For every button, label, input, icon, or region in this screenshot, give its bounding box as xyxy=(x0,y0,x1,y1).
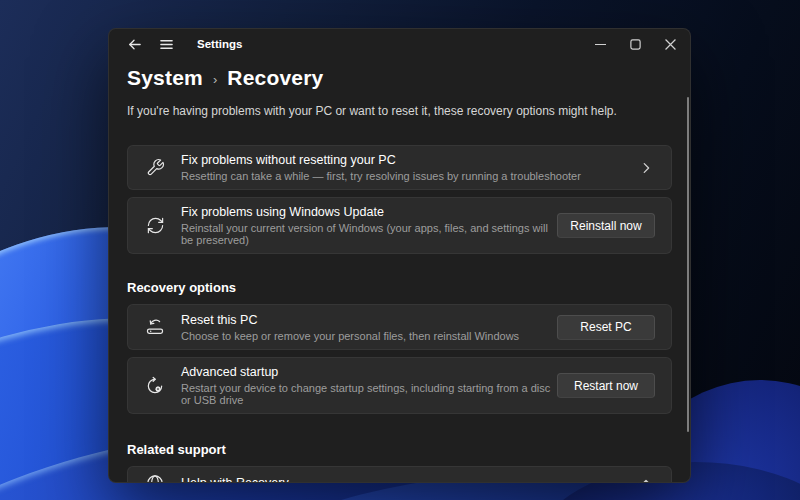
close-button[interactable] xyxy=(653,29,688,59)
card-title: Fix problems using Windows Update xyxy=(181,205,557,219)
card-texts: Fix problems without resetting your PC R… xyxy=(181,146,639,189)
wrench-icon xyxy=(144,158,166,177)
sync-icon xyxy=(144,216,166,235)
card-title: Fix problems without resetting your PC xyxy=(181,153,639,167)
breadcrumb-system[interactable]: System xyxy=(127,66,203,90)
maximize-icon xyxy=(630,39,641,50)
page-title: Recovery xyxy=(227,66,323,90)
settings-card-list: Fix problems without resetting your PC R… xyxy=(127,145,672,483)
card-help-with-recovery[interactable]: ? Help with Recovery xyxy=(127,466,672,483)
card-subtitle: Restart your device to change startup se… xyxy=(181,382,557,406)
globe-help-icon: ? xyxy=(144,473,166,483)
card-title: Help with Recovery xyxy=(181,476,639,483)
card-subtitle: Reinstall your current version of Window… xyxy=(181,222,557,246)
app-title: Settings xyxy=(197,38,242,50)
section-header-recovery-options: Recovery options xyxy=(127,280,672,295)
restart-now-button[interactable]: Restart now xyxy=(557,373,655,398)
titlebar: Settings xyxy=(109,29,690,59)
minimize-icon xyxy=(595,39,606,50)
chevron-right-icon xyxy=(639,161,653,175)
minimize-button[interactable] xyxy=(583,29,618,59)
reinstall-now-button[interactable]: Reinstall now xyxy=(557,213,655,238)
recovery-page: System › Recovery If you're having probl… xyxy=(109,66,690,483)
scrollbar[interactable] xyxy=(687,97,689,432)
card-subtitle: Choose to keep or remove your personal f… xyxy=(181,330,557,342)
close-icon xyxy=(665,39,676,50)
card-texts: Reset this PC Choose to keep or remove y… xyxy=(181,306,557,349)
card-reset-this-pc[interactable]: Reset this PC Choose to keep or remove y… xyxy=(127,304,672,350)
card-texts: Help with Recovery xyxy=(181,469,639,483)
hamburger-menu-icon xyxy=(159,37,174,52)
chevron-up-icon xyxy=(639,476,653,483)
card-texts: Advanced startup Restart your device to … xyxy=(181,358,557,413)
maximize-button[interactable] xyxy=(618,29,653,59)
navigation-menu-button[interactable] xyxy=(153,31,179,57)
card-title: Reset this PC xyxy=(181,313,557,327)
card-title: Advanced startup xyxy=(181,365,557,379)
section-header-related-support: Related support xyxy=(127,442,672,457)
back-button[interactable] xyxy=(121,31,147,57)
settings-window: Settings System › Recovery xyxy=(108,28,691,483)
card-advanced-startup[interactable]: Advanced startup Restart your device to … xyxy=(127,357,672,414)
back-arrow-icon xyxy=(127,37,142,52)
breadcrumb-separator-icon: › xyxy=(213,69,217,87)
breadcrumb: System › Recovery xyxy=(127,66,672,90)
reset-pc-icon xyxy=(144,317,166,337)
card-fix-windows-update[interactable]: Fix problems using Windows Update Reinst… xyxy=(127,197,672,254)
window-controls xyxy=(583,29,688,59)
reset-pc-button[interactable]: Reset PC xyxy=(557,315,655,340)
card-fix-without-resetting[interactable]: Fix problems without resetting your PC R… xyxy=(127,145,672,190)
page-description: If you're having problems with your PC o… xyxy=(127,104,672,118)
card-subtitle: Resetting can take a while — first, try … xyxy=(181,170,639,182)
restart-gear-icon xyxy=(144,376,166,396)
card-texts: Fix problems using Windows Update Reinst… xyxy=(181,198,557,253)
